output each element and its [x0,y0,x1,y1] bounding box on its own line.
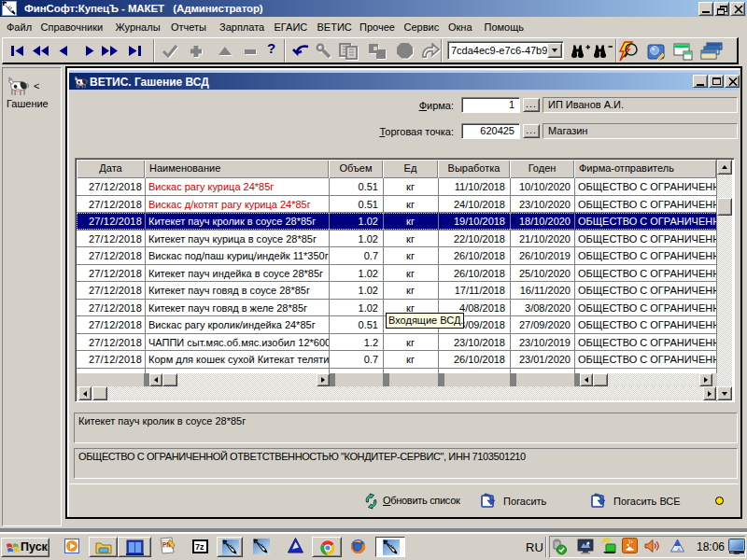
svg-text:7z: 7z [195,542,204,552]
